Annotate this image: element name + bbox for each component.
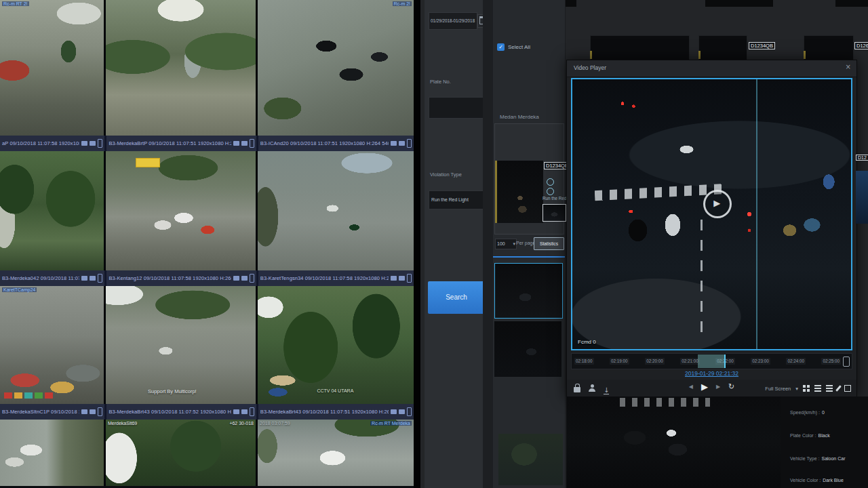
result-card[interactable]: D1234QB Run the Red L... xyxy=(494,123,564,235)
detail-row: Vehicle Color :Dark Blue xyxy=(790,472,844,485)
violation-thumbnail[interactable] xyxy=(495,161,543,223)
feed-caption-bar: aP 09/10/2018 11:07:58 1920x1080 H:264 7… xyxy=(0,136,414,151)
list-view-button[interactable] xyxy=(814,384,821,394)
feed-caption: B3-KaretTengsn34 09/10/2018 11:07:58 192… xyxy=(258,270,414,286)
play-button[interactable]: ▶ xyxy=(701,382,708,392)
evidence-thumbnail[interactable] xyxy=(698,35,747,61)
feed-caption: B3-MerdekaBrtP 09/10/2018 11:07:51 1920x… xyxy=(106,136,256,151)
download-button[interactable]: ↓ xyxy=(604,384,609,394)
download-icon: ↓ xyxy=(604,387,609,394)
camera-icon xyxy=(241,276,248,281)
camera-icon xyxy=(399,141,405,146)
step-forward-button[interactable]: ▶ xyxy=(716,384,720,390)
phone-icon xyxy=(98,139,102,148)
result-thumbnail-selected[interactable] xyxy=(494,263,563,319)
cctv-feed[interactable]: Rc-m 2! xyxy=(258,0,414,136)
select-all-label: Select All xyxy=(508,44,530,50)
plate-badge: D1264AB xyxy=(854,42,868,49)
info-icon[interactable] xyxy=(547,188,554,195)
statistics-button[interactable]: Statistics xyxy=(534,237,564,250)
cctv-feed[interactable] xyxy=(258,151,414,270)
cctv-feed[interactable] xyxy=(0,151,104,270)
window-tab xyxy=(835,0,868,7)
chevron-down-icon: ▾ xyxy=(795,386,798,392)
feed-caption-text: B3-MerdekaBrt43 09/10/2018 11:07:52 1920… xyxy=(108,409,231,415)
evidence-thumbnail[interactable] xyxy=(856,171,868,224)
feed-osd-label: 2018 03:07:59 xyxy=(260,421,290,426)
feed-caption: B3-MerdekaBrt43 09/10/2018 11:07:52 1920… xyxy=(106,404,256,420)
select-all-checkbox[interactable]: ✓ xyxy=(497,43,505,51)
player-video[interactable]: ▶ Fcmd 0 xyxy=(571,78,852,350)
section-divider xyxy=(493,256,565,258)
cctv-feed[interactable] xyxy=(0,420,104,486)
feed-caption: B3-MerdekaBrt43 09/10/2018 11:07:51 1920… xyxy=(258,404,414,420)
grid-view-button[interactable] xyxy=(803,384,810,394)
cctv-feed[interactable] xyxy=(106,151,256,270)
violation-app: 01/29/2018-01/29/2018 Plate No. Violatio… xyxy=(420,0,868,488)
plate-input[interactable] xyxy=(429,97,486,119)
camera-icon xyxy=(233,409,239,414)
feed-osd-label: Rc-m 2! xyxy=(393,1,412,6)
user-button[interactable] xyxy=(589,384,595,394)
cctv-feed[interactable]: Rc-m RT 2! xyxy=(0,0,104,136)
camera-icon xyxy=(81,141,87,146)
player-titlebar[interactable]: Video Player × xyxy=(567,60,856,77)
feed-caption-text: B3-ICAnd20 09/10/2018 11:07:51 1920x1080… xyxy=(260,140,389,146)
plate-no-label: Plate No. xyxy=(430,79,451,85)
per-page-select[interactable]: 100 ▾ xyxy=(495,239,517,249)
cctv-feed[interactable]: CCTV 04 UTARA xyxy=(258,286,414,404)
video-osd-text: Fcmd 0 xyxy=(578,339,596,345)
detail-row: Vehicle Type :Saloon Car xyxy=(790,451,846,463)
lock-button[interactable] xyxy=(574,384,580,394)
loop-button[interactable]: ↻ xyxy=(728,382,734,391)
player-controls: ↓ ◀ ▶ ▶ ↻ Full Screen ▾ xyxy=(567,380,856,397)
result-thumbnail[interactable] xyxy=(498,434,563,485)
step-back-button[interactable]: ◀ xyxy=(689,384,693,390)
per-page-value: 100 xyxy=(497,241,505,246)
camera-icon xyxy=(391,141,397,146)
phone-icon xyxy=(98,274,102,283)
feed-caption-text: B3-MerdekaBrtP 09/10/2018 11:07:51 1920x… xyxy=(108,140,231,146)
results-panel: ✓ Select All Medan Merdeka D1234QB Run t… xyxy=(493,0,566,488)
feed-caption-bar: B3-Merdeka042 09/10/2018 11:07:58 1920x1… xyxy=(0,270,414,286)
search-button[interactable]: Search xyxy=(428,281,485,314)
timeline-calendar-icon[interactable] xyxy=(843,357,850,367)
evidence-thumbnail[interactable] xyxy=(590,35,690,61)
bottom-video-scene[interactable] xyxy=(566,396,781,488)
shop-sign-decor xyxy=(136,158,160,167)
cctv-feed[interactable]: Support By Multicorp! xyxy=(106,286,256,404)
annotate-button[interactable] xyxy=(837,384,840,394)
timeline-scrubber[interactable]: 02:18:00 02:19:00 02:20:00 02:21:00 02:2… xyxy=(571,353,852,369)
camera-icon xyxy=(233,141,239,146)
cctv-feed[interactable]: KaretTCamp24 xyxy=(0,286,104,404)
phone-icon xyxy=(250,274,254,283)
timeline-tick: 02:20:00 xyxy=(645,358,665,365)
snapshot-button[interactable] xyxy=(844,384,851,394)
feed-osd-label: KaretTCamp24 xyxy=(2,287,37,292)
date-range-input[interactable]: 01/29/2018-01/29/2018 xyxy=(429,12,477,30)
detail-label: Speed(km/h) : xyxy=(790,410,820,415)
feed-caption: B3-MerdekaSltnC1P 09/10/2018 11:07:52 19… xyxy=(0,404,104,420)
cctv-feed[interactable]: 2018 03:07:59 Rc-m RT Merdeka xyxy=(258,420,414,486)
timeline-tick: 02:18:00 xyxy=(574,358,594,365)
search-panel: 01/29/2018-01/29/2018 Plate No. Violatio… xyxy=(425,0,489,488)
phone-icon xyxy=(407,139,412,148)
fullscreen-select[interactable]: Full Screen xyxy=(765,386,791,392)
close-icon[interactable]: × xyxy=(846,63,851,70)
cctv-feed[interactable]: MerdekaSlt69 +62 30-018 xyxy=(106,420,256,486)
zebra-crossing-decor xyxy=(620,398,710,407)
info-icon[interactable] xyxy=(547,178,554,186)
feed-watermark: Support By Multicorp! xyxy=(148,388,197,394)
camera-icon xyxy=(90,141,96,146)
detail-value: Black xyxy=(818,433,830,438)
cctv-feed[interactable] xyxy=(106,0,256,136)
detail-label: Vehicle Color : xyxy=(790,478,821,483)
plate-close-up-thumbnail[interactable] xyxy=(542,204,566,222)
result-thumbnail[interactable] xyxy=(494,321,561,377)
evidence-thumbnail[interactable] xyxy=(804,35,854,61)
camera-icon xyxy=(241,409,248,414)
detail-view-button[interactable] xyxy=(826,384,833,394)
timeline-highlight[interactable] xyxy=(698,354,726,368)
violation-type-select[interactable]: Run the Red Light ▾ xyxy=(429,190,488,209)
camera-icon xyxy=(90,276,96,281)
